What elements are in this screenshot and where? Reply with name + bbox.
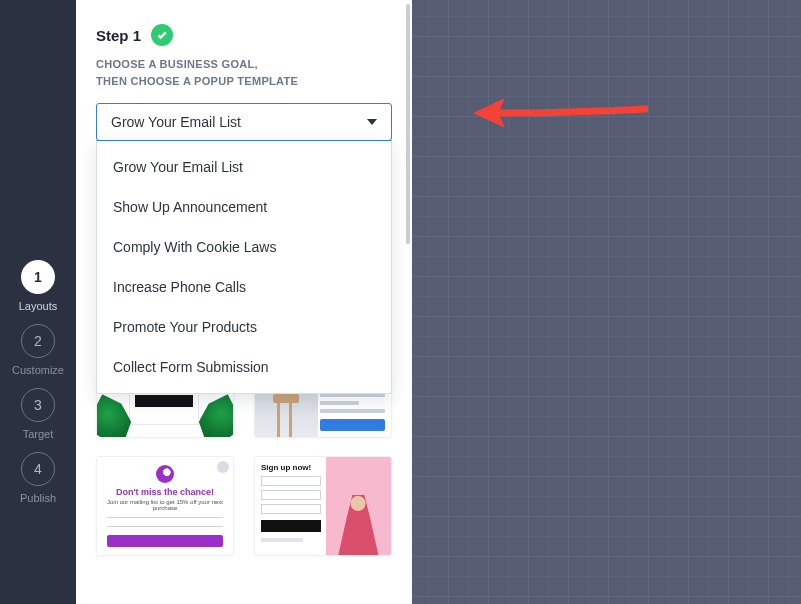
preview-canvas: [412, 0, 801, 604]
template-headline: Don't miss the chance!: [107, 487, 223, 497]
template-thumbnail-icon: [326, 457, 391, 555]
nav-step-number: 4: [21, 452, 55, 486]
check-icon: [151, 24, 173, 46]
app-root: 1 Layouts 2 Customize 3 Target 4 Publish…: [0, 0, 801, 604]
chevron-down-icon: [367, 119, 377, 125]
nav-step-number: 1: [21, 260, 55, 294]
stool-icon: [271, 393, 301, 437]
business-goal-selected-value: Grow Your Email List: [111, 114, 241, 130]
nav-step-label: Layouts: [19, 300, 58, 312]
business-goal-dropdown: Grow Your Email List Grow Your Email Lis…: [96, 103, 392, 141]
template-grid: Don't miss the chance! Join our mailing …: [96, 378, 392, 556]
template-card[interactable]: Sign up now!: [254, 456, 392, 556]
nav-step-label: Customize: [12, 364, 64, 376]
template-thumbnail-icon: [135, 395, 193, 407]
template-thumbnail-icon: Sign up now!: [261, 463, 321, 549]
layouts-panel-scroll: Step 1 CHOOSE A BUSINESS GOAL, THEN CHOO…: [76, 0, 412, 604]
step-title: Step 1: [96, 27, 141, 44]
nav-step-target[interactable]: 3 Target: [21, 388, 55, 440]
goal-option-cookie-laws[interactable]: Comply With Cookie Laws: [97, 227, 391, 267]
nav-step-layouts[interactable]: 1 Layouts: [19, 260, 58, 312]
logo-icon: [156, 465, 174, 483]
leaf-icon: [194, 388, 234, 438]
layouts-panel: Step 1 CHOOSE A BUSINESS GOAL, THEN CHOO…: [76, 0, 412, 604]
step-subtitle: CHOOSE A BUSINESS GOAL, THEN CHOOSE A PO…: [96, 56, 392, 89]
person-icon: [338, 495, 378, 555]
scrollbar-thumb[interactable]: [406, 4, 410, 244]
panel-scrollbar[interactable]: [404, 0, 412, 604]
business-goal-menu: Grow Your Email List Show Up Announcemen…: [96, 140, 392, 394]
nav-step-label: Publish: [20, 492, 56, 504]
template-card[interactable]: Don't miss the chance! Join our mailing …: [96, 456, 234, 556]
goal-option-grow-email[interactable]: Grow Your Email List: [97, 147, 391, 187]
goal-option-phone-calls[interactable]: Increase Phone Calls: [97, 267, 391, 307]
step-header: Step 1: [96, 24, 392, 46]
goal-option-form-submission[interactable]: Collect Form Submission: [97, 347, 391, 387]
business-goal-select[interactable]: Grow Your Email List: [96, 103, 392, 141]
nav-step-label: Target: [23, 428, 54, 440]
nav-step-number: 2: [21, 324, 55, 358]
wizard-nav-rail: 1 Layouts 2 Customize 3 Target 4 Publish: [0, 0, 76, 604]
nav-step-number: 3: [21, 388, 55, 422]
goal-option-promote-products[interactable]: Promote Your Products: [97, 307, 391, 347]
template-subtext: Join our mailing list to get 15% off you…: [107, 499, 223, 511]
annotation-arrow-icon: [470, 95, 648, 135]
nav-step-publish[interactable]: 4 Publish: [20, 452, 56, 504]
goal-option-announcement[interactable]: Show Up Announcement: [97, 187, 391, 227]
close-icon: [217, 461, 229, 473]
template-headline: Sign up now!: [261, 463, 321, 472]
step-subtitle-line: THEN CHOOSE A POPUP TEMPLATE: [96, 75, 298, 87]
nav-step-customize[interactable]: 2 Customize: [12, 324, 64, 376]
step-subtitle-line: CHOOSE A BUSINESS GOAL,: [96, 58, 258, 70]
